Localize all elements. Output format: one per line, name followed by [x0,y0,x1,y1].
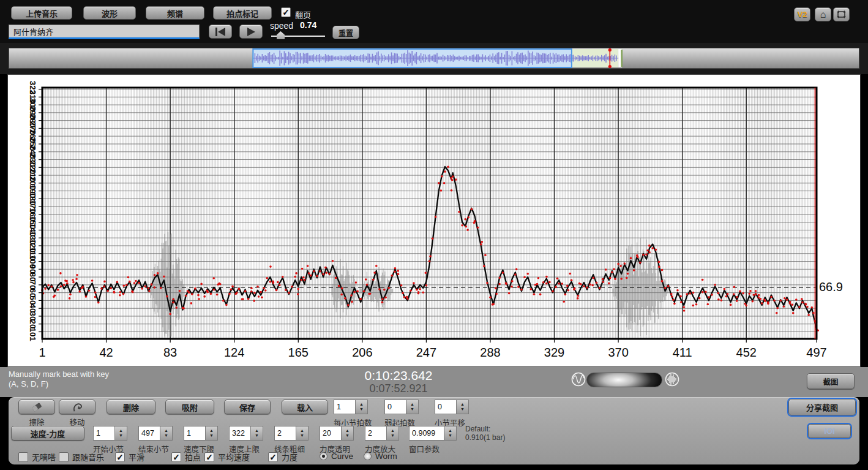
checkbox-box[interactable] [18,452,28,462]
radio-label: Curve [331,452,353,461]
ioi-button[interactable]: IOI [808,424,851,438]
spinner-arrows[interactable]: ▲▼ [160,426,173,441]
arrow-up-icon[interactable]: ▲ [255,428,259,433]
status-bar: Manually mark beat with key(A, S, D, F) … [0,367,868,397]
spinner-value[interactable]: 2 [274,426,296,441]
x-axis-label: 42 [99,346,113,360]
checkbox-平滑[interactable]: ✓平滑 [115,451,144,463]
checkbox-拍点[interactable]: ✓拍点 [171,451,201,463]
arrow-up-icon[interactable]: ▲ [209,428,214,433]
tempo-dynamics-button[interactable]: 速度-力度 [11,426,84,441]
spinner-value[interactable]: 1 [334,400,356,414]
arrow-up-icon[interactable]: ▲ [359,402,364,407]
spinner-窗口参数: 0.9099▲▼ [409,426,457,441]
share-screenshot-button[interactable]: 分享截图 [788,399,856,415]
save-button[interactable]: 保存 [224,400,271,414]
checkbox-box[interactable]: ✓ [204,452,214,462]
spinner-arrows[interactable]: ▲▼ [457,400,469,414]
click-sound-icon [571,372,586,387]
arrow-down-icon[interactable]: ▼ [345,433,350,438]
checkbox-box[interactable]: ✓ [171,452,181,462]
checkbox-平均速度[interactable]: ✓平均速度 [204,451,250,463]
arrow-down-icon[interactable]: ▼ [300,433,304,438]
spinner-arrows[interactable]: ▲▼ [387,426,399,441]
arrow-down-icon[interactable]: ▼ [460,407,465,412]
tempo-chart-panel[interactable]: www.Vmus.net 66.9 3223103002902802702602… [7,74,861,367]
radio-Curve[interactable]: Curve [320,452,353,461]
radio-circle[interactable] [364,452,372,460]
x-axis-label: 329 [544,346,564,360]
checkbox-label: 无嘀嗒 [32,451,56,463]
spinner-value[interactable]: 1 [93,426,115,441]
bottom-control-panel: 擦除 移动 删除 吸附 保存 载入 分享截图 速度-力度 Default:0.9… [9,397,859,464]
arrow-up-icon[interactable]: ▲ [391,428,395,433]
arrow-down-icon[interactable]: ▼ [164,433,168,438]
spinner-label: 窗口参数 [409,443,440,455]
spinner-value[interactable]: 1 [184,426,206,441]
home-button[interactable]: ⌂ [815,7,831,21]
arrow-up-icon[interactable]: ▲ [300,428,304,433]
waveform-view-button[interactable]: 波形 [83,6,136,20]
load-button[interactable]: 载入 [282,400,328,414]
spinner-value[interactable]: 0.9099 [409,426,444,441]
spinner-arrows[interactable]: ▲▼ [406,400,419,414]
checkbox-无嘀嗒[interactable]: 无嘀嗒 [18,451,56,463]
fullscreen-button[interactable] [833,7,850,21]
arrow-up-icon[interactable]: ▲ [448,428,452,433]
spinner-arrows[interactable]: ▲▼ [444,426,457,441]
arrow-down-icon[interactable]: ▼ [255,433,259,438]
spinner-value[interactable]: 0 [435,400,457,414]
checkbox-box[interactable] [59,452,69,462]
home-icon: ⌂ [820,9,826,20]
version-v2-badge[interactable]: V2 [794,7,810,21]
spinner-value[interactable]: 0 [384,400,406,414]
spinner-value[interactable]: 322 [229,426,251,441]
track-name-input[interactable] [9,25,200,39]
screenshot-button[interactable]: 截图 [807,373,855,389]
spinner-value[interactable]: 497 [138,426,160,441]
spinner-value[interactable]: 2 [365,426,387,441]
tempo-chart-svg[interactable] [8,75,860,366]
arrow-up-icon[interactable]: ▲ [410,402,414,407]
checkbox-力度[interactable]: ✓力度 [268,451,297,463]
manual-beat-hint: Manually mark beat with key(A, S, D, F) [9,370,109,389]
play-button[interactable] [239,25,263,39]
spinner-arrows[interactable]: ▲▼ [251,426,263,441]
checkbox-box[interactable]: ✓ [115,452,125,462]
arrow-down-icon[interactable]: ▼ [410,407,414,412]
rewind-button[interactable] [209,25,232,39]
checkbox-跟随音乐[interactable]: 跟随音乐 [59,451,104,463]
arrow-down-icon[interactable]: ▼ [359,407,364,412]
waveform-overview-bar[interactable] [9,48,859,69]
upload-music-button[interactable]: 上传音乐 [11,6,72,20]
snap-button[interactable]: 吸附 [165,400,214,414]
arrow-down-icon[interactable]: ▼ [391,433,395,438]
arrow-down-icon[interactable]: ▼ [209,433,214,438]
arrow-up-icon[interactable]: ▲ [164,428,168,433]
spinner-arrows[interactable]: ▲▼ [296,426,309,441]
spinner-arrows[interactable]: ▲▼ [342,426,354,441]
checkbox-box[interactable]: ✓ [268,452,278,462]
delete-button[interactable]: 删除 [107,400,155,414]
arrow-up-icon[interactable]: ▲ [460,402,465,407]
spinner-value[interactable]: 20 [320,426,342,441]
move-button[interactable] [59,400,95,414]
spinner-arrows[interactable]: ▲▼ [356,400,368,414]
x-axis-label: 370 [608,346,628,360]
flip-page-checkbox[interactable]: ✓ [281,7,291,17]
spinner-arrows[interactable]: ▲▼ [206,426,218,441]
spectrum-view-button[interactable]: 频谱 [146,6,204,20]
balance-slider[interactable] [586,373,662,387]
beat-mark-view-button[interactable]: 拍点标记 [213,6,272,20]
reset-speed-button[interactable]: 重置 [332,26,359,39]
speed-slider-knob[interactable] [277,31,285,39]
radio-Worm[interactable]: Worm [364,452,397,461]
spinner-arrows[interactable]: ▲▼ [115,426,127,441]
arrow-up-icon[interactable]: ▲ [345,428,350,433]
arrow-down-icon[interactable]: ▼ [448,433,452,438]
arrow-up-icon[interactable]: ▲ [119,428,123,433]
arrow-down-icon[interactable]: ▼ [119,433,123,438]
radio-circle[interactable] [320,452,327,460]
erase-button[interactable] [18,400,55,414]
fullscreen-icon [836,10,847,19]
